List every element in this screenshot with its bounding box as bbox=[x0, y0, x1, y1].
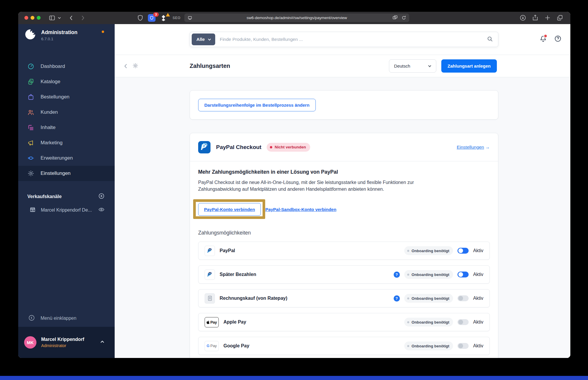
paypal-settings-link[interactable]: Einstellungen→ bbox=[457, 145, 490, 150]
new-tab-icon[interactable] bbox=[544, 14, 551, 21]
share-icon[interactable] bbox=[532, 14, 539, 21]
sidebar-item-bestellungen[interactable]: Bestellungen bbox=[18, 89, 115, 105]
reload-icon[interactable] bbox=[401, 15, 406, 20]
sidebar-toggle-icon[interactable] bbox=[49, 14, 56, 21]
app-logo-row: Administration 6.7.0.1 bbox=[18, 24, 115, 41]
sales-channel-item[interactable]: Marcel Krippendorf De... bbox=[18, 203, 115, 217]
help-button[interactable] bbox=[554, 35, 562, 43]
user-role: Administrator bbox=[41, 343, 84, 348]
toggle-label: Aktiv bbox=[473, 248, 483, 253]
change-display-order-button[interactable]: Darstellungsreihenfolge im Bestellprozes… bbox=[198, 99, 316, 111]
sidebar-item-label: Inhalte bbox=[41, 125, 56, 130]
sidebar-item-inhalte[interactable]: Inhalte bbox=[18, 120, 115, 135]
payment-method-name: Apple Pay bbox=[223, 319, 246, 325]
search-scope-dropdown[interactable]: Alle bbox=[192, 34, 215, 45]
paypal-card-title: PayPal Checkout bbox=[216, 144, 261, 150]
active-toggle[interactable] bbox=[457, 343, 469, 349]
onboarding-badge: Onboarding benötigt bbox=[404, 342, 453, 350]
toolbar-chevron-down-icon[interactable] bbox=[57, 16, 61, 20]
active-toggle[interactable] bbox=[457, 272, 469, 277]
chevron-down-icon bbox=[427, 64, 432, 68]
admin-sidebar: Administration 6.7.0.1 Dashboard Katalog bbox=[18, 24, 115, 358]
search-scope-label: Alle bbox=[196, 37, 205, 42]
onboarding-badge: Onboarding benötigt bbox=[404, 246, 453, 255]
search-icon[interactable] bbox=[487, 36, 493, 43]
badge-dot-icon bbox=[407, 321, 409, 323]
user-menu[interactable]: MK Marcel Krippendorf Administrator bbox=[18, 327, 115, 358]
connect-sandbox-account-link[interactable]: PayPal-Sandbox-Konto verbinden bbox=[265, 207, 336, 212]
seo-extension-icon[interactable]: SEO bbox=[173, 16, 181, 20]
collapse-chevron-icon bbox=[28, 314, 35, 322]
translate-icon[interactable] bbox=[392, 15, 398, 20]
url-text[interactable]: sw6-demoshop.de/admin#/sw/settings/payme… bbox=[184, 16, 409, 20]
active-toggle[interactable] bbox=[457, 295, 469, 301]
main-area: Alle Finde Produkte, Kunden, Bestellunge… bbox=[115, 24, 570, 358]
storefront-icon bbox=[29, 206, 36, 214]
payment-method-name: Rechnungskauf (von Ratepay) bbox=[220, 296, 287, 301]
address-bar[interactable]: sw6-demoshop.de/admin#/sw/settings/payme… bbox=[184, 14, 409, 22]
back-chevron-icon[interactable] bbox=[123, 63, 129, 71]
help-icon[interactable]: ? bbox=[394, 295, 400, 302]
desktop-wallpaper-strip bbox=[0, 376, 588, 380]
screenshot-canvas: { "browser": { "url": "sw6-demoshop.de/a… bbox=[0, 0, 588, 380]
invoice-method-icon bbox=[205, 293, 215, 304]
tab-overview-icon[interactable] bbox=[557, 14, 563, 21]
smart-bar: Zahlungsarten Deutsch Zahlungsart anlege… bbox=[115, 55, 570, 77]
status-badge: Nicht verbunden bbox=[267, 143, 310, 152]
sidebar-item-label: Einstellungen bbox=[41, 170, 71, 176]
connect-paypal-account-button[interactable]: PayPal-Konto verbinden bbox=[198, 203, 261, 216]
connect-buttons-row: PayPal-Konto verbinden PayPal-Sandbox-Ko… bbox=[198, 203, 490, 216]
badge-dot-icon bbox=[407, 345, 409, 347]
window-zoom-button[interactable] bbox=[37, 16, 41, 20]
eye-icon[interactable] bbox=[98, 206, 105, 214]
badge-dot-icon bbox=[407, 297, 409, 299]
status-dot-icon bbox=[270, 146, 272, 148]
downloads-icon[interactable] bbox=[519, 14, 526, 21]
sidebar-item-einstellungen[interactable]: Einstellungen bbox=[18, 166, 115, 181]
toggle-label: Aktiv bbox=[473, 296, 483, 301]
paypal-logo-icon: PP bbox=[198, 141, 211, 153]
global-search[interactable]: Alle Finde Produkte, Kunden, Bestellunge… bbox=[190, 32, 498, 47]
payment-method-row-rechnungskauf: Rechnungskauf (von Ratepay) ? Onboarding… bbox=[198, 289, 490, 307]
window-close-button[interactable] bbox=[24, 16, 28, 20]
active-toggle[interactable] bbox=[457, 319, 469, 325]
payment-method-name: PayPal bbox=[220, 248, 235, 253]
sidebar-item-erweiterungen[interactable]: Erweiterungen bbox=[18, 150, 115, 166]
search-input[interactable]: Finde Produkte, Kunden, Bestellungen ... bbox=[220, 37, 487, 42]
forward-button[interactable] bbox=[79, 14, 86, 21]
avatar: MK bbox=[24, 336, 36, 349]
payment-methods-heading: Zahlungsmöglichkeiten bbox=[198, 230, 490, 236]
help-icon[interactable]: ? bbox=[394, 272, 400, 278]
onboarding-badge: Onboarding benötigt bbox=[404, 294, 453, 303]
collapse-menu-button[interactable]: Menü einklappen bbox=[18, 310, 115, 327]
notifications-button[interactable] bbox=[539, 35, 547, 43]
reader-mode-icon[interactable] bbox=[188, 16, 192, 20]
sidebar-item-kunden[interactable]: Kunden bbox=[18, 105, 115, 120]
paypal-card-body: Mehr Zahlungsmöglichkeiten in einer Lösu… bbox=[190, 161, 498, 355]
page-settings-gear-icon[interactable] bbox=[132, 63, 138, 70]
active-toggle[interactable] bbox=[457, 248, 469, 254]
paypal-section-heading: Mehr Zahlungsmöglichkeiten in einer Lösu… bbox=[198, 169, 490, 175]
paypal-method-icon: PP bbox=[205, 246, 215, 256]
page-title: Zahlungsarten bbox=[190, 63, 230, 69]
badge-dot-icon bbox=[407, 274, 409, 276]
sidebar-item-kataloge[interactable]: Kataloge bbox=[18, 74, 115, 89]
payment-method-row-paypal: PP PayPal Onboarding benötigt Aktiv bbox=[198, 242, 490, 260]
sidebar-item-label: Kataloge bbox=[41, 79, 60, 85]
sidebar-item-marketing[interactable]: Marketing bbox=[18, 135, 115, 150]
sidebar-item-label: Erweiterungen bbox=[41, 155, 73, 161]
arrow-right-icon: → bbox=[485, 145, 490, 150]
payment-method-name: Google Pay bbox=[223, 343, 249, 349]
sales-channels-heading: Verkaufskanäle bbox=[27, 194, 62, 199]
create-payment-method-button[interactable]: Zahlungsart anlegen bbox=[441, 59, 497, 73]
shield-extension-icon[interactable] bbox=[137, 14, 143, 21]
window-minimize-button[interactable] bbox=[31, 16, 34, 20]
app-title: Administration bbox=[41, 29, 77, 36]
browser-toolbar: 3 SEO sw6-demoshop.de/admin#/sw/settings… bbox=[18, 12, 570, 24]
language-select[interactable]: Deutsch bbox=[389, 59, 436, 73]
back-button[interactable] bbox=[68, 14, 75, 21]
megaphone-icon bbox=[27, 139, 34, 146]
add-sales-channel-button[interactable] bbox=[98, 193, 105, 200]
sidebar-item-dashboard[interactable]: Dashboard bbox=[18, 59, 115, 74]
apple-pay-method-icon: Pay bbox=[205, 317, 219, 327]
